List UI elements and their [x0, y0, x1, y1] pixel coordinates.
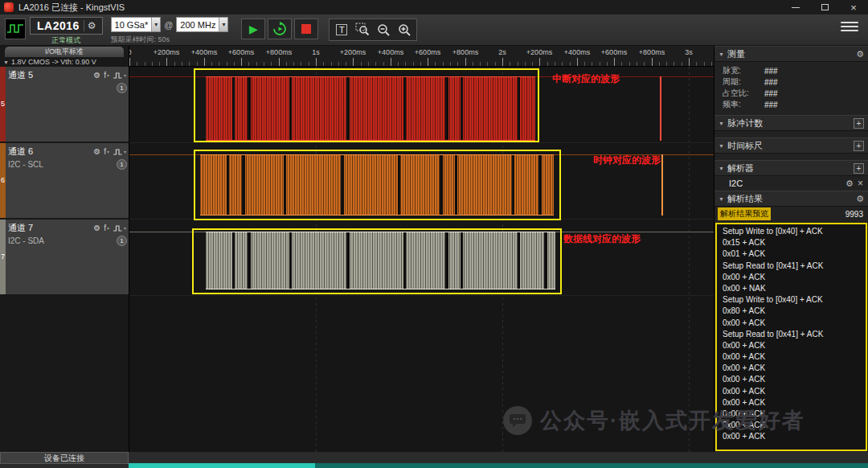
results-preview-label: 解析结果预览 — [718, 207, 771, 220]
results-section-header[interactable]: ▼ 解析结果 ⚙ — [714, 191, 868, 207]
capture-mode-label: 正常模式 — [51, 35, 80, 46]
measure-label: 脉宽: — [723, 65, 764, 76]
hamburger-icon — [841, 22, 858, 23]
minimize-button[interactable] — [781, 0, 810, 14]
decode-result-item[interactable]: 0x01 + ACK — [717, 248, 866, 260]
channel-settings-gear-icon[interactable]: ⚙ — [93, 147, 100, 156]
ruler-tick-label: 2s — [498, 48, 506, 56]
decode-result-item[interactable]: Setup Write to [0x40] + ACK — [717, 294, 866, 306]
channel-measure-f-icon[interactable]: f▾ — [104, 224, 109, 232]
ruler-tick-label: +600ms — [228, 48, 254, 56]
chevron-down-icon: ▾ — [219, 18, 227, 31]
measure-label: 周期: — [723, 76, 764, 88]
results-settings-gear-icon[interactable]: ⚙ — [856, 194, 864, 204]
measure-section-title: 测量 — [727, 48, 853, 60]
pulse-count-section-header[interactable]: ▼ 脉冲计数 + — [714, 115, 868, 131]
ruler-tick-label: +200ms — [340, 48, 366, 56]
decode-result-item[interactable]: 0x00 + ACK — [717, 340, 866, 351]
decode-result-item[interactable]: Setup Read to [0x41] + ACK — [717, 329, 866, 340]
ruler-tick-label: +400ms — [378, 48, 403, 56]
zoom-fit-button[interactable] — [352, 20, 373, 39]
channel-measure-f-icon[interactable]: f▾ — [104, 71, 109, 80]
time-ruler[interactable]: 0+200ms+400ms+600ms+800ms1s+200ms+400ms+… — [129, 46, 714, 67]
ruler-tick-label: +400ms — [564, 48, 590, 56]
decoder-item-i2c[interactable]: I2C ⚙ × — [714, 176, 868, 191]
add-time-marker-button[interactable]: + — [854, 141, 864, 151]
waveform-area[interactable]: 中断对应的波形时钟对应的波形数据线对应的波形 — [129, 67, 714, 452]
channel-row[interactable]: 6通道 6⚙f▾▾I2C - SCL1 — [0, 143, 129, 220]
decode-result-item[interactable]: 0x00 + ACK — [717, 318, 866, 329]
channel-name: 通道 6 — [8, 146, 93, 158]
decode-result-item[interactable]: 0x00 + ACK — [717, 420, 866, 431]
annotation-highlight-box — [194, 68, 539, 142]
decode-result-item[interactable]: Setup Read to [0x41] + ACK — [717, 261, 866, 272]
maximize-icon — [821, 4, 829, 10]
decode-result-item[interactable]: 0x00 + ACK — [717, 363, 866, 374]
decode-result-item[interactable]: 0x00 + ACK — [717, 272, 866, 283]
decode-result-item[interactable]: 0x80 + ACK — [717, 306, 866, 317]
loop-play-icon — [272, 22, 287, 36]
measure-settings-gear-icon[interactable]: ⚙ — [856, 49, 864, 60]
ruler-tick-label: 3s — [685, 48, 693, 56]
menu-button[interactable] — [841, 22, 858, 31]
channel-name: 通道 7 — [8, 222, 93, 234]
measure-values: 脉宽:###周期:###占空比:###频率:### — [714, 62, 868, 115]
capture-progress-bar — [129, 463, 868, 468]
measure-section-header[interactable]: ▼ 测量 ⚙ — [714, 46, 868, 62]
label-tool-button[interactable]: T — [331, 20, 352, 39]
decode-result-item[interactable]: Setup Write to [0x40] + ACK — [717, 226, 866, 237]
decode-result-item[interactable]: 0x00 + ACK — [717, 374, 866, 385]
ruler-tick-label: +200ms — [154, 48, 179, 56]
decode-result-item[interactable]: 0x00 + ACK — [717, 351, 866, 363]
channel-panel: I/O电平标准 ▼ 1.8V CMOS -> Vth: 0.90 V 5通道 5… — [0, 46, 129, 452]
zoom-out-icon — [376, 23, 391, 37]
channel-settings-gear-icon[interactable]: ⚙ — [93, 224, 100, 232]
capture-progress-fill — [129, 463, 315, 468]
io-level-standard-tab[interactable]: I/O电平标准 — [5, 47, 124, 57]
channel-row[interactable]: 5通道 5⚙f▾▾1 — [0, 67, 129, 143]
close-button[interactable]: × — [839, 0, 868, 14]
minimize-icon — [792, 7, 800, 8]
ruler-tick-label: +200ms — [526, 48, 552, 56]
waveform-row-channel-6: 时钟对应的波形 — [129, 143, 714, 220]
device-settings-gear-icon[interactable]: ⚙ — [84, 20, 100, 31]
zoom-in-button[interactable] — [394, 20, 415, 39]
channel-trigger-edge-icon[interactable]: ▾ — [113, 148, 126, 156]
zoom-out-button[interactable] — [373, 20, 394, 39]
channel-row[interactable]: 7通道 7⚙f▾▾I2C - SDA1 — [0, 220, 129, 296]
kingstvis-window: LA2016 已连接 - KingstVIS × LA2016 ⚙ 正常模式 1… — [0, 0, 868, 468]
voltage-threshold-row[interactable]: ▼ 1.8V CMOS -> Vth: 0.90 V — [0, 57, 129, 67]
channel-trigger-edge-icon[interactable]: ▾ — [113, 224, 126, 232]
decode-result-item[interactable]: 0x00 + NAK — [717, 283, 866, 294]
toolbar: LA2016 ⚙ 正常模式 10 GSa* ▾ @ 200 MHz ▾ 预期采样… — [0, 14, 868, 46]
time-ruler-section-header[interactable]: ▼ 时间标尺 + — [714, 138, 868, 154]
decoder-settings-gear-icon[interactable]: ⚙ — [845, 179, 854, 189]
measure-label: 频率: — [723, 99, 764, 110]
decode-result-item[interactable]: 0x00 + ACK — [717, 408, 866, 420]
stop-capture-button[interactable] — [294, 18, 318, 39]
add-decoder-button[interactable]: + — [854, 163, 864, 174]
decode-results-list[interactable]: Setup Write to [0x40] + ACK0x15 + ACK0x0… — [715, 223, 867, 451]
channel-badge[interactable]: 1 — [117, 236, 127, 246]
channel-trigger-edge-icon[interactable]: ▾ — [113, 72, 126, 80]
sample-rate-select[interactable]: 200 MHz ▾ — [176, 17, 228, 32]
waveform-row-channel-5: 中断对应的波形 — [129, 67, 714, 143]
decode-result-item[interactable]: 0x00 + ACK — [717, 431, 866, 442]
measure-value: ### — [764, 78, 778, 87]
waveform-pulse — [660, 76, 661, 141]
repeat-capture-button[interactable] — [268, 18, 292, 39]
sample-depth-select[interactable]: 10 GSa* ▾ — [111, 17, 162, 32]
channel-badge[interactable]: 1 — [117, 159, 127, 170]
add-pulse-counter-button[interactable]: + — [854, 118, 864, 129]
decoder-section-header[interactable]: ▼ 解析器 + — [714, 160, 868, 176]
decode-result-item[interactable]: 0x00 + ACK — [717, 386, 866, 397]
decode-result-item[interactable]: 0x00 + ACK — [717, 397, 866, 408]
remove-decoder-icon[interactable]: × — [858, 178, 863, 189]
channel-badge[interactable]: 1 — [117, 83, 127, 93]
channel-settings-gear-icon[interactable]: ⚙ — [93, 71, 100, 80]
decode-result-item[interactable]: 0x15 + ACK — [717, 237, 866, 248]
maximize-button[interactable] — [810, 0, 839, 14]
channel-measure-f-icon[interactable]: f▾ — [104, 147, 109, 156]
decoder-section-title: 解析器 — [727, 162, 850, 174]
start-capture-button[interactable]: ▶ — [241, 18, 265, 39]
